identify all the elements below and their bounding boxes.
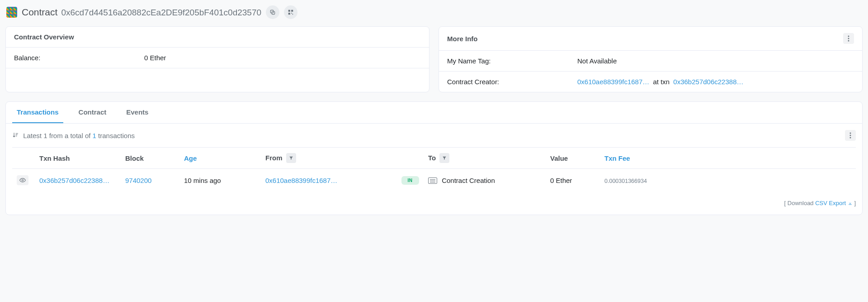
- page-title-label: Contract: [22, 7, 57, 18]
- svg-point-13: [22, 179, 24, 181]
- more-info-card: More Info My Name Tag: Not Available Con…: [439, 26, 863, 92]
- page-header: Contract 0x6cd7d44516a20882cEa2DE9f205bF…: [5, 5, 863, 19]
- block-link[interactable]: 9740200: [125, 177, 151, 184]
- balance-row: Balance: 0 Ether: [6, 48, 429, 68]
- tx-info-suffix: transactions: [96, 132, 135, 139]
- th-age[interactable]: Age: [179, 148, 261, 169]
- txn-fee: 0.000301366934: [604, 178, 647, 184]
- txn-value: 0 Ether: [546, 169, 600, 192]
- txn-age: 10 mins ago: [179, 169, 261, 192]
- svg-point-8: [848, 38, 849, 39]
- th-from: From: [261, 148, 396, 169]
- tab-events[interactable]: Events: [122, 102, 153, 123]
- contract-overview-card: Contract Overview Balance: 0 Ether: [5, 26, 429, 92]
- view-tx-button[interactable]: [17, 175, 28, 185]
- card-title: More Info: [447, 35, 478, 43]
- sort-amount-down-icon: [12, 132, 20, 139]
- th-value: Value: [546, 148, 600, 169]
- contract-creation-icon: [428, 177, 437, 184]
- card-header: Contract Overview: [6, 27, 429, 48]
- creator-txn-link[interactable]: 0x36b257d06c22388…: [673, 78, 743, 86]
- table-row: 0x36b257d06c22388… 9740200 10 mins ago 0…: [12, 169, 856, 192]
- tab-contract[interactable]: Contract: [74, 102, 111, 123]
- tx-info-row: Latest 1 from a total of 1 transactions: [12, 130, 856, 141]
- creator-address-link[interactable]: 0x610ae88399fc1687…: [577, 78, 649, 86]
- creator-row: Contract Creator: 0x610ae88399fc1687… at…: [439, 71, 862, 92]
- creator-label: Contract Creator:: [447, 78, 577, 86]
- tx-list-menu-button[interactable]: [845, 130, 856, 141]
- filter-icon: [289, 156, 293, 160]
- th-block: Block: [121, 148, 179, 169]
- download-icon: [848, 201, 853, 206]
- svg-rect-3: [291, 10, 293, 12]
- qr-code-button[interactable]: [284, 5, 297, 19]
- name-tag-label: My Name Tag:: [447, 57, 577, 65]
- tx-info-prefix: Latest 1 from a total of: [23, 132, 92, 139]
- copy-address-button[interactable]: [266, 5, 279, 19]
- page-title: Contract 0x6cd7d44516a20882cEa2DE9f205bF…: [22, 7, 261, 18]
- name-tag-row: My Name Tag: Not Available: [439, 51, 862, 71]
- tx-table: Txn Hash Block Age From To: [12, 147, 856, 192]
- export-prefix: [ Download: [784, 200, 816, 206]
- from-address-link[interactable]: 0x610ae88399fc1687…: [265, 177, 337, 184]
- filter-from-button[interactable]: [286, 153, 296, 163]
- th-to-label: To: [428, 154, 436, 162]
- to-label: Contract Creation: [442, 177, 495, 184]
- th-txn-hash: Txn Hash: [35, 148, 121, 169]
- tabs: Transactions Contract Events: [6, 102, 862, 124]
- creator-value: 0x610ae88399fc1687… at txn 0x36b257d06c2…: [577, 78, 854, 86]
- balance-value: 0 Ether: [144, 54, 421, 62]
- dots-vertical-icon: [848, 35, 849, 42]
- spacer-row: [6, 68, 429, 91]
- dots-vertical-icon: [849, 132, 851, 139]
- svg-point-7: [848, 36, 849, 37]
- copy-icon: [269, 9, 276, 15]
- svg-point-9: [848, 40, 849, 42]
- svg-rect-2: [288, 10, 290, 12]
- th-view: [12, 148, 35, 169]
- svg-point-12: [850, 137, 851, 139]
- name-tag-value: Not Available: [577, 57, 854, 65]
- eye-icon: [19, 177, 26, 183]
- card-title: Contract Overview: [14, 33, 74, 41]
- export-row: [ Download CSV Export ]: [12, 200, 856, 206]
- svg-point-10: [850, 133, 851, 134]
- contract-address: 0x6cd7d44516a20882cEa2DE9f205bF401c0d235…: [61, 8, 261, 18]
- svg-rect-6: [292, 14, 293, 15]
- tx-total-count[interactable]: 1: [93, 132, 96, 139]
- csv-export-link[interactable]: CSV Export: [815, 200, 853, 206]
- tab-transactions[interactable]: Transactions: [12, 102, 63, 123]
- th-txn-fee[interactable]: Txn Fee: [600, 148, 856, 169]
- export-suffix: ]: [854, 200, 856, 206]
- summary-cards: Contract Overview Balance: 0 Ether More …: [5, 26, 863, 92]
- address-blockie-icon: [6, 7, 17, 18]
- card-header: More Info: [439, 27, 862, 51]
- at-txn-text: at txn: [653, 78, 670, 86]
- txn-hash-link[interactable]: 0x36b257d06c22388…: [39, 177, 109, 184]
- svg-rect-4: [288, 13, 290, 14]
- direction-badge: IN: [401, 176, 419, 185]
- filter-icon: [442, 156, 447, 160]
- qr-icon: [288, 9, 294, 15]
- balance-label: Balance:: [14, 54, 144, 62]
- svg-rect-5: [291, 13, 292, 14]
- transactions-card: Transactions Contract Events Latest 1 fr…: [5, 101, 863, 215]
- svg-point-11: [850, 135, 851, 136]
- filter-to-button[interactable]: [439, 153, 449, 163]
- more-info-menu-button[interactable]: [843, 33, 854, 44]
- th-direction: [396, 148, 424, 169]
- th-from-label: From: [265, 154, 283, 162]
- th-to: To: [424, 148, 546, 169]
